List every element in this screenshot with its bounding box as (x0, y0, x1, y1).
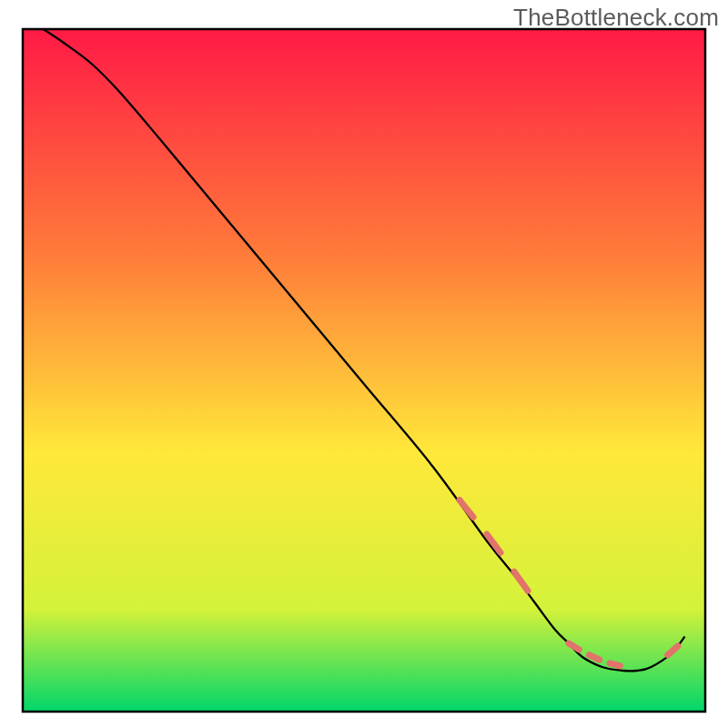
chart-container: TheBottleneck.com (0, 0, 728, 728)
bottleneck-curve-plot (0, 0, 728, 728)
plot-background (23, 29, 705, 712)
dash-segment (590, 655, 600, 660)
dash-segment (610, 663, 620, 666)
